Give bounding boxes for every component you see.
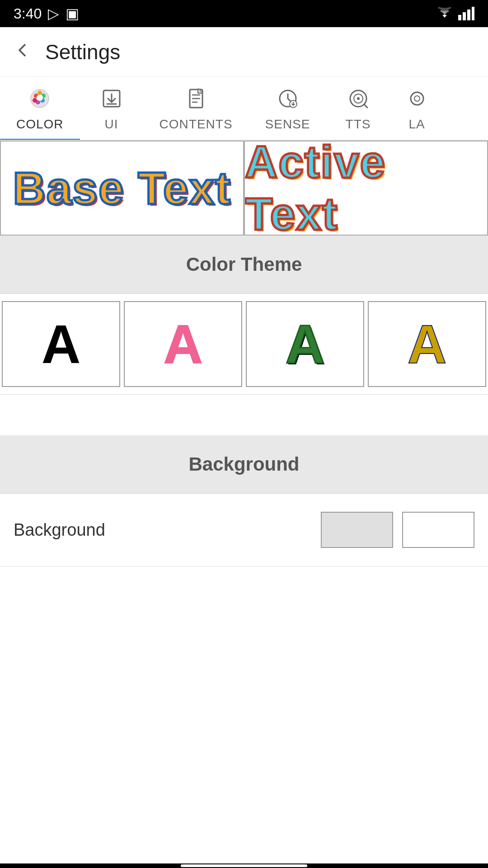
tab-tts-label: TTS bbox=[346, 117, 371, 132]
tab-la-label: LA bbox=[408, 117, 425, 132]
background-swatch-white[interactable] bbox=[402, 512, 474, 548]
letter-a-black: A bbox=[42, 317, 81, 371]
background-row: Background bbox=[0, 494, 488, 566]
background-section-title: Background bbox=[188, 453, 299, 475]
text-preview-row: Base Text Active Text bbox=[0, 141, 488, 236]
wifi-icon bbox=[436, 7, 454, 20]
svg-rect-0 bbox=[458, 15, 461, 20]
tab-color-label: COLOR bbox=[16, 117, 64, 132]
background-label: Background bbox=[14, 520, 105, 540]
svg-point-11 bbox=[37, 94, 43, 101]
sim-icon: ▣ bbox=[66, 5, 79, 22]
letter-a-pink: A bbox=[164, 317, 203, 371]
theme-option-gold[interactable]: A bbox=[368, 301, 486, 387]
back-button[interactable] bbox=[14, 41, 32, 63]
tab-color[interactable]: COLOR bbox=[0, 77, 80, 140]
play-icon: ▷ bbox=[48, 5, 59, 22]
svg-point-18 bbox=[357, 97, 360, 100]
time-display: 3:40 bbox=[14, 5, 42, 22]
theme-options: A A A A bbox=[0, 294, 488, 395]
tab-bar: COLOR UI CONTENTS bbox=[0, 77, 488, 141]
palette-icon bbox=[29, 88, 51, 113]
background-swatches bbox=[321, 512, 474, 548]
top-bar: Settings bbox=[0, 27, 488, 77]
download-box-icon bbox=[101, 88, 122, 113]
active-text-preview: Active Text bbox=[245, 141, 487, 236]
tab-la[interactable]: LA bbox=[390, 77, 432, 140]
page-title: Settings bbox=[45, 40, 120, 64]
background-swatch-gray[interactable] bbox=[321, 512, 393, 548]
svg-rect-1 bbox=[463, 12, 466, 20]
tab-tts[interactable]: TTS bbox=[327, 77, 390, 140]
base-text-preview: Base Text bbox=[13, 162, 231, 214]
nav-bar bbox=[0, 863, 488, 868]
hearing-icon bbox=[347, 88, 369, 113]
theme-option-pink[interactable]: A bbox=[124, 301, 242, 387]
theme-option-black[interactable]: A bbox=[2, 301, 120, 387]
tab-ui-label: UI bbox=[105, 117, 118, 132]
tab-sense-label: SENSE bbox=[265, 117, 310, 132]
letter-a-gold: A bbox=[408, 317, 447, 371]
tab-sense[interactable]: SENSE bbox=[249, 77, 327, 140]
color-theme-title: Color Theme bbox=[186, 254, 302, 275]
svg-rect-2 bbox=[467, 9, 470, 20]
base-text-box[interactable]: Base Text bbox=[0, 141, 244, 236]
theme-option-green[interactable]: A bbox=[246, 301, 364, 387]
la-icon bbox=[406, 88, 428, 113]
document-icon bbox=[185, 88, 207, 113]
status-right bbox=[436, 7, 474, 20]
tab-ui[interactable]: UI bbox=[80, 77, 143, 140]
signal-icon bbox=[458, 7, 474, 20]
svg-point-10 bbox=[33, 98, 37, 103]
tab-contents[interactable]: CONTENTS bbox=[143, 77, 249, 140]
tab-contents-label: CONTENTS bbox=[160, 117, 233, 132]
bottom-fill bbox=[0, 566, 488, 747]
nav-indicator bbox=[181, 864, 307, 867]
spacer bbox=[0, 395, 488, 417]
background-section-header: Background bbox=[0, 435, 488, 494]
svg-point-19 bbox=[411, 92, 423, 105]
status-left: 3:40 ▷ ▣ bbox=[14, 5, 79, 22]
active-text-box[interactable]: Active Text bbox=[244, 141, 488, 236]
letter-a-green: A bbox=[286, 317, 325, 371]
svg-point-20 bbox=[414, 96, 420, 101]
clock-download-icon bbox=[277, 88, 299, 113]
svg-rect-3 bbox=[472, 7, 474, 20]
color-theme-section-header: Color Theme bbox=[0, 236, 488, 294]
status-bar: 3:40 ▷ ▣ bbox=[0, 0, 488, 27]
